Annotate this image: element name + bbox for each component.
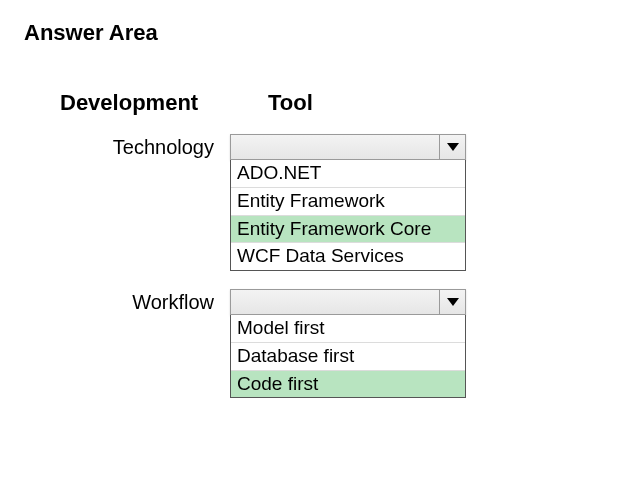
svg-marker-1 — [447, 298, 459, 306]
dropdown-technology-option[interactable]: Entity Framework — [231, 188, 465, 216]
label-technology: Technology — [24, 134, 230, 159]
page-title: Answer Area — [24, 20, 615, 46]
label-workflow: Workflow — [24, 289, 230, 314]
dropdown-workflow[interactable]: Model first Database first Code first — [230, 289, 466, 398]
chevron-down-icon — [447, 143, 459, 151]
dropdown-workflow-option[interactable]: Model first — [231, 315, 465, 343]
header-tool: Tool — [268, 90, 313, 116]
dropdown-workflow-option[interactable]: Code first — [231, 371, 465, 398]
dropdown-technology-option[interactable]: Entity Framework Core — [231, 216, 465, 244]
dropdown-technology-button[interactable] — [439, 135, 465, 159]
dropdown-workflow-header[interactable] — [230, 289, 466, 315]
dropdown-workflow-button[interactable] — [439, 290, 465, 314]
dropdown-technology-header[interactable] — [230, 134, 466, 160]
dropdown-technology-value — [231, 135, 439, 159]
svg-marker-0 — [447, 143, 459, 151]
dropdown-technology[interactable]: ADO.NET Entity Framework Entity Framewor… — [230, 134, 466, 271]
chevron-down-icon — [447, 298, 459, 306]
header-development: Development — [60, 90, 260, 116]
dropdown-workflow-option[interactable]: Database first — [231, 343, 465, 371]
dropdown-technology-option[interactable]: WCF Data Services — [231, 243, 465, 270]
dropdown-technology-list: ADO.NET Entity Framework Entity Framewor… — [230, 160, 466, 271]
row-workflow: Workflow Model first Database first Code… — [24, 289, 615, 398]
row-technology: Technology ADO.NET Entity Framework Enti… — [24, 134, 615, 271]
column-headers: Development Tool — [60, 90, 615, 116]
dropdown-workflow-value — [231, 290, 439, 314]
dropdown-technology-option[interactable]: ADO.NET — [231, 160, 465, 188]
dropdown-workflow-list: Model first Database first Code first — [230, 315, 466, 398]
